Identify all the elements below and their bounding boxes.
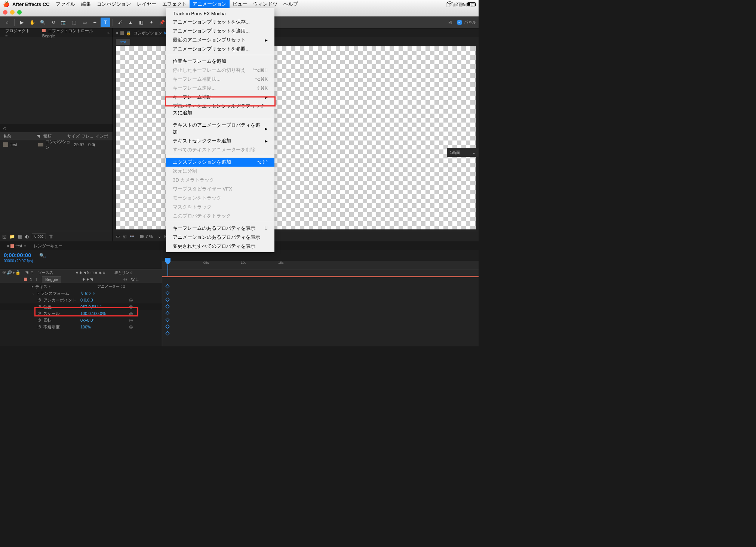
layer-row[interactable]: 1 T Beggie ✱ ✱ ◥ ◎ なし: [0, 276, 162, 283]
timeline-search-icon[interactable]: 🔍‚: [39, 253, 46, 258]
comp-breadcrumb[interactable]: test: [116, 39, 130, 45]
layer-color[interactable]: [24, 278, 27, 281]
layer-name[interactable]: Beggie: [42, 276, 61, 282]
stopwatch-icon[interactable]: ⏱: [37, 325, 42, 329]
adjust-icon[interactable]: ◐: [25, 234, 29, 239]
viewer-icon-2[interactable]: ◱: [123, 234, 126, 239]
transform-row[interactable]: ⌄トランスフォーム リセット: [0, 290, 162, 297]
col-tag[interactable]: ◥: [37, 134, 43, 139]
timeline-tab[interactable]: × test ≡: [3, 243, 30, 249]
view-layout-selector[interactable]: 1画面 ⌄: [447, 148, 479, 157]
menu-help[interactable]: ヘルプ: [280, 0, 301, 8]
menu-layer[interactable]: レイヤー: [134, 0, 159, 8]
clone-tool-icon[interactable]: ▲: [126, 18, 135, 27]
dropdown-item[interactable]: テキストセレクターを追加▶: [166, 136, 274, 145]
dropdown-item[interactable]: 位置キーフレームを追加: [166, 57, 274, 66]
col-name[interactable]: 名前: [3, 133, 37, 139]
col-type[interactable]: 種類: [43, 133, 67, 139]
viewer-icon-1[interactable]: ▭: [116, 234, 120, 239]
keyframe-marker[interactable]: [165, 291, 169, 295]
text-property-row[interactable]: ▸テキスト アニメーター : ⊙: [0, 283, 162, 290]
zoom-dropdown-icon[interactable]: ⌄: [158, 234, 161, 239]
stopwatch-icon[interactable]: ⏱: [37, 298, 42, 302]
selection-tool-icon[interactable]: ▶: [17, 18, 27, 27]
anchor-value[interactable]: 0.0,0.0: [80, 298, 93, 302]
current-timecode[interactable]: 0;00;00;00: [4, 252, 31, 258]
col-size[interactable]: サイズ: [67, 133, 82, 139]
layer-duration-bar[interactable]: [162, 276, 479, 277]
rotation-row[interactable]: ⏱ 回転 0x+0.0° ◎: [0, 317, 162, 324]
roto-tool-icon[interactable]: ✦: [147, 18, 156, 27]
keyframe-marker[interactable]: [165, 331, 169, 335]
dropdown-item[interactable]: Track in Boris FX Mocha: [166, 10, 274, 18]
interpret-icon[interactable]: ◱: [2, 234, 6, 239]
anchor-point-row[interactable]: ⏱ アンカーポイント 0.0,0.0 ◎: [0, 297, 162, 303]
snap-icon[interactable]: ◰: [445, 18, 455, 27]
keyframe-marker[interactable]: [165, 318, 169, 322]
link-spiral-icon[interactable]: ◎: [129, 304, 133, 309]
dropdown-item[interactable]: キーフレームのあるプロパティを表示U: [166, 224, 274, 233]
dropdown-item[interactable]: 最近のアニメーションプリセット▶: [166, 35, 274, 44]
position-value[interactable]: 957.0,584.1: [80, 305, 102, 309]
zoom-level[interactable]: 66.7 %: [138, 234, 155, 239]
trash-icon[interactable]: 🗑: [49, 234, 53, 239]
effect-controls-tab[interactable]: エフェクトコントロール Beggie: [40, 28, 107, 38]
menu-effect[interactable]: エフェクト: [159, 0, 190, 8]
dropdown-item[interactable]: テキストのアニメータープロパティを追加▶: [166, 121, 274, 136]
zoom-tool-icon[interactable]: 🔍: [38, 18, 47, 27]
bpc-button[interactable]: 8 bpc: [32, 234, 46, 239]
pen-tool-icon[interactable]: ✒: [90, 18, 100, 27]
lock-icon[interactable]: 🔒: [126, 31, 131, 35]
rectangle-tool-icon[interactable]: ▭: [80, 18, 89, 27]
tl-btn-1[interactable]: ⬚: [446, 2, 450, 7]
mask-toggle-icon[interactable]: 👓: [129, 234, 135, 239]
dropdown-item[interactable]: キーフレーム補助▶: [166, 93, 274, 102]
menu-window[interactable]: ウィンドウ: [250, 0, 280, 8]
apple-icon[interactable]: 🍎: [3, 1, 9, 7]
camera-tool-icon[interactable]: 📷: [59, 18, 68, 27]
keyframe-marker[interactable]: [165, 284, 169, 288]
stopwatch-icon[interactable]: ⏱: [37, 318, 42, 322]
timeline-tracks[interactable]: [162, 276, 479, 346]
link-spiral-icon[interactable]: ◎: [129, 318, 133, 323]
panel-menu-icon[interactable]: »: [107, 31, 110, 35]
parent-spiral-icon[interactable]: ◎: [123, 277, 127, 282]
parent-header[interactable]: 親とリンク: [114, 270, 133, 275]
puppet-tool-icon[interactable]: 📌: [157, 18, 167, 27]
brush-tool-icon[interactable]: 🖌: [115, 18, 125, 27]
col-in[interactable]: インポ: [96, 133, 108, 139]
position-row[interactable]: ⏱ 位置 957.0,584.1 ◎: [0, 303, 162, 310]
dropdown-item[interactable]: アニメーションプリセットを適用...: [166, 27, 274, 35]
orbit-tool-icon[interactable]: ⟲: [48, 18, 58, 27]
scale-value[interactable]: 100.0,100.0%: [80, 311, 106, 316]
project-tab[interactable]: プロジェクト ≡: [3, 28, 35, 38]
keyframe-marker[interactable]: [165, 297, 169, 302]
eraser-tool-icon[interactable]: ◧: [136, 18, 146, 27]
keyframe-marker[interactable]: [165, 304, 169, 308]
text-tool-icon[interactable]: T: [101, 18, 110, 27]
rotation-value[interactable]: 0x+0.0°: [80, 318, 95, 322]
link-spiral-icon[interactable]: ◎: [129, 311, 133, 316]
source-name-header[interactable]: ソース名: [38, 270, 53, 275]
home-icon[interactable]: ⌂: [2, 18, 12, 27]
dropdown-item[interactable]: プロパティをエッセンシャルグラフィックスに追加: [166, 102, 274, 117]
tl-btn-5[interactable]: ◱: [471, 2, 475, 7]
dropdown-item[interactable]: 変更されたすべてのプロパティを表示: [166, 242, 274, 251]
pan-behind-tool-icon[interactable]: ⬚: [69, 18, 79, 27]
stopwatch-icon[interactable]: ⏱: [37, 305, 42, 309]
minimize-button[interactable]: [10, 10, 15, 15]
close-tab-icon[interactable]: ×: [116, 31, 118, 35]
project-search-input[interactable]: 𝘱‚: [0, 124, 113, 132]
folder-icon[interactable]: 📁: [9, 234, 15, 239]
link-spiral-icon[interactable]: ◎: [129, 297, 133, 303]
dropdown-item[interactable]: アニメーションプリセットを保存...: [166, 18, 274, 27]
dropdown-item[interactable]: アニメーションのあるプロパティを表示: [166, 233, 274, 242]
menu-edit[interactable]: 編集: [78, 0, 94, 8]
reset-button[interactable]: リセット: [80, 291, 95, 296]
new-comp-icon[interactable]: ▦: [18, 234, 22, 239]
tl-btn-4[interactable]: ⊕: [465, 2, 468, 7]
menu-file[interactable]: ファイル: [53, 0, 78, 8]
parent-value[interactable]: なし: [131, 276, 139, 282]
tl-btn-3[interactable]: ▦: [458, 2, 462, 7]
snap-checkbox[interactable]: ✓: [457, 20, 462, 25]
